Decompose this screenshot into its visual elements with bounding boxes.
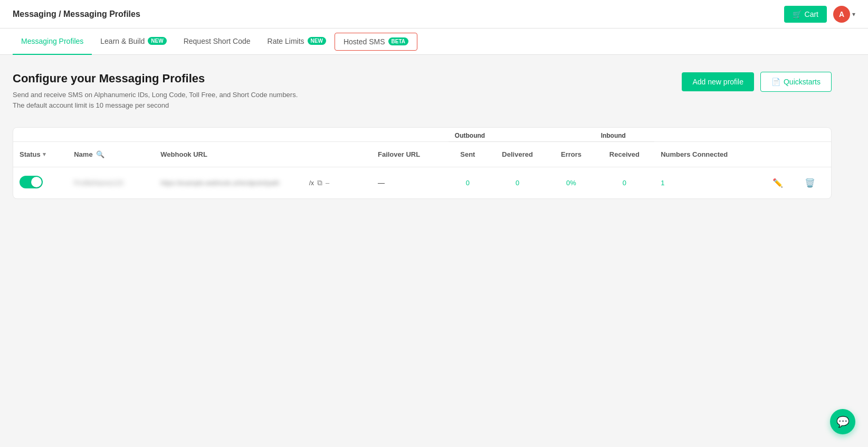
breadcrumb: Messaging / Messaging Profiles (13, 9, 140, 19)
chevron-down-icon: ▾ (852, 11, 855, 18)
row-delete-cell: 🗑️ (798, 167, 831, 199)
edit-icon[interactable]: ✏️ (772, 178, 783, 188)
row-edit-cell: ✏️ (766, 167, 799, 199)
tab-messaging-profiles[interactable]: Messaging Profiles (13, 28, 92, 55)
app-header: Messaging / Messaging Profiles 🛒 Cart A … (0, 0, 868, 28)
avatar[interactable]: A (833, 6, 850, 23)
empty-group-header (13, 128, 449, 142)
copy-icon[interactable]: ⧉ (317, 178, 322, 187)
page-title-area: Configure your Messaging Profiles Send a… (13, 72, 298, 110)
profile-name: ProfileName123 (74, 179, 123, 187)
nav-tabs: Messaging Profiles Learn & Build NEW Req… (0, 28, 868, 55)
page-description-line1: Send and receive SMS on Alphanumeric IDs… (13, 90, 298, 100)
table-row: ProfileName123 https://example.webhook.u… (13, 167, 831, 199)
cart-icon: 🛒 (793, 10, 802, 18)
cart-button[interactable]: 🛒 Cart (784, 6, 827, 23)
outbound-group-header: Outbound (449, 128, 595, 142)
page-actions: Add new profile 📄 Quickstarts (682, 72, 832, 92)
tab-rate-limits[interactable]: Rate Limits NEW (259, 28, 335, 55)
inbound-group-header: Inbound (595, 128, 655, 142)
col-header-status: Status ▾ (13, 142, 68, 167)
profiles-table: Outbound Inbound Status ▾ N (13, 128, 831, 198)
row-failover-url: — (371, 167, 449, 199)
col-header-errors: Errors (548, 142, 594, 167)
table-group-headers: Outbound Inbound (13, 128, 831, 142)
row-delivered: 0 (487, 167, 548, 199)
table-body: ProfileName123 https://example.webhook.u… (13, 167, 831, 199)
new-badge-learn: NEW (148, 37, 166, 45)
col-header-sent: Sent (449, 142, 487, 167)
col-header-received: Received (595, 142, 655, 167)
new-badge-rate: NEW (308, 37, 326, 45)
page-title: Configure your Messaging Profiles (13, 72, 298, 85)
beta-badge: BETA (388, 37, 408, 45)
main-content: Configure your Messaging Profiles Send a… (0, 55, 844, 216)
failover-url-value: — (378, 179, 385, 187)
col-header-numbers-connected: Numbers Connected (654, 142, 766, 167)
tab-hosted-sms[interactable]: Hosted SMS BETA (335, 33, 417, 51)
name-search-icon[interactable]: 🔍 (96, 150, 104, 158)
add-new-profile-button[interactable]: Add new profile (682, 72, 754, 91)
row-webhook-url: https://example.webhook.url/endpoint/pat… (154, 167, 371, 199)
status-toggle[interactable] (20, 176, 43, 188)
tab-request-short-code[interactable]: Request Short Code (175, 28, 259, 55)
col-header-failover-url: Failover URL (371, 142, 449, 167)
toggle-knob (31, 177, 42, 187)
header-actions: 🛒 Cart A ▾ (784, 6, 855, 23)
quickstarts-button[interactable]: 📄 Quickstarts (760, 72, 832, 92)
webhook-url-suffix: /x (309, 179, 314, 187)
page-header: Configure your Messaging Profiles Send a… (13, 72, 832, 110)
user-menu[interactable]: A ▾ (833, 6, 855, 23)
row-numbers-connected: 1 (654, 167, 766, 199)
webhook-url-text: https://example.webhook.url/endpoint/pat… (160, 179, 306, 187)
quickstarts-icon: 📄 (771, 78, 780, 86)
delete-icon[interactable]: 🗑️ (805, 178, 815, 187)
row-name: ProfileName123 (68, 167, 154, 199)
webhook-dash: – (326, 179, 329, 187)
row-sent: 0 (449, 167, 487, 199)
chevron-down-icon: ▾ (43, 151, 46, 158)
profiles-table-container: Outbound Inbound Status ▾ N (13, 127, 832, 199)
table-column-headers: Status ▾ Name 🔍 Webhook URL Failover URL… (13, 142, 831, 167)
row-received: 0 (595, 167, 655, 199)
col-header-webhook-url: Webhook URL (154, 142, 371, 167)
tab-learn-build[interactable]: Learn & Build NEW (92, 28, 175, 55)
col-header-delivered: Delivered (487, 142, 548, 167)
cart-label: Cart (805, 10, 818, 18)
row-errors: 0% (548, 167, 594, 199)
row-status (13, 167, 68, 199)
col-header-name: Name 🔍 (68, 142, 154, 167)
page-description-line2: The default account limit is 10 message … (13, 100, 298, 111)
